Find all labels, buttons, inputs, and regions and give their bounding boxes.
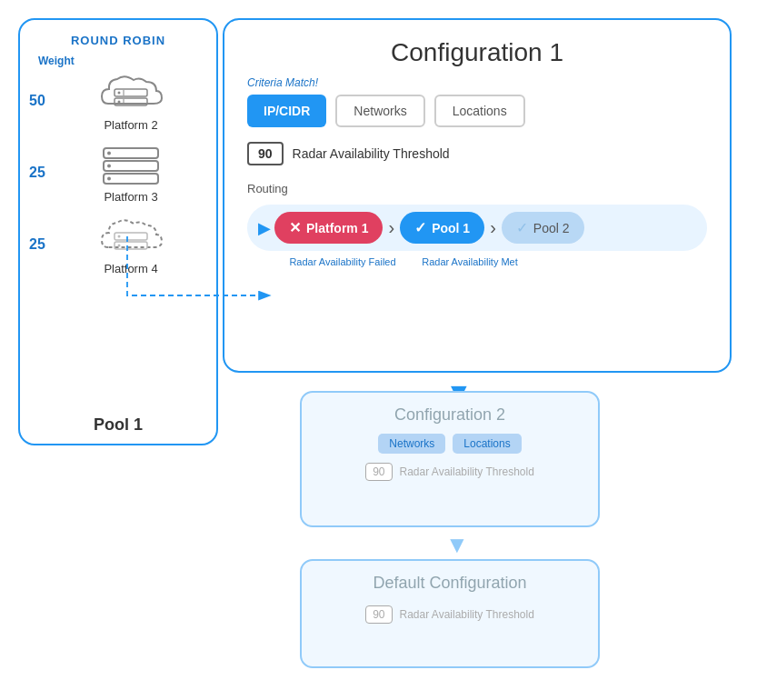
cloud-dashed-icon (95, 213, 167, 258)
platform-item-2: 50 Platform 2 (29, 69, 207, 132)
config-default-threshold-row: 90 Radar Availability Threshold (318, 605, 582, 624)
platform-3-icon-area: Platform 3 (55, 141, 207, 204)
config1-box: Configuration 1 Criteria Match! IP/CIDR … (223, 18, 732, 373)
config1-title: Configuration 1 (247, 38, 707, 67)
platform-item-3: 25 Platform 3 (29, 141, 207, 204)
threshold-value: 90 (247, 142, 284, 165)
routing-label: Routing (247, 182, 707, 195)
platform-4-name: Platform 4 (104, 262, 157, 275)
svg-point-11 (107, 177, 111, 181)
platform-2-name: Platform 2 (104, 118, 157, 132)
platform-3-name: Platform 3 (104, 190, 157, 204)
platform1-button[interactable]: ✕ Platform 1 (274, 212, 383, 244)
chevron-1: › (388, 217, 394, 238)
arrow-down-2: ▼ (445, 531, 469, 559)
config-default-threshold-label: Radar Availability Threshold (400, 608, 534, 621)
routing-row: ▶ ✕ Platform 1 › ✓ Pool 1 › ✓ Pool 2 (247, 205, 707, 251)
threshold-row: 90 Radar Availability Threshold (247, 142, 707, 165)
config-default-title: Default Configuration (318, 574, 582, 593)
sublabel-failed: Radar Availability Failed (284, 256, 402, 267)
config2-threshold-label: Radar Availability Threshold (400, 465, 534, 478)
platform1-label: Platform 1 (306, 221, 368, 235)
main-container: ROUND ROBIN Weight 50 (0, 0, 757, 700)
chevron-2: › (490, 217, 496, 238)
svg-point-1 (118, 92, 121, 95)
config2-networks-button[interactable]: Networks (378, 434, 445, 454)
weight-label: Weight (38, 55, 75, 67)
platform-item-4: 25 Platform 4 (29, 213, 207, 275)
platform-4-icon-area: Platform 4 (55, 213, 207, 275)
locations-button[interactable]: Locations (434, 95, 525, 127)
svg-point-15 (118, 245, 121, 247)
sublabel-met: Radar Availability Met (411, 256, 529, 267)
svg-point-4 (118, 101, 121, 104)
svg-point-7 (107, 152, 111, 155)
weight-50: 50 (29, 93, 55, 109)
pool1-label: Pool 1 (432, 221, 470, 235)
platform-2-icon-area: Platform 2 (55, 69, 207, 132)
pool2-route-button[interactable]: ✓ Pool 2 (502, 212, 584, 244)
svg-rect-10 (104, 174, 158, 184)
config-default-box: Default Configuration 90 Radar Availabil… (300, 559, 600, 668)
weight-25-4: 25 (29, 236, 55, 253)
networks-button[interactable]: Networks (335, 95, 424, 127)
config2-threshold-row: 90 Radar Availability Threshold (318, 463, 582, 481)
criteria-match-label: Criteria Match! (247, 76, 707, 89)
weight-25-3: 25 (29, 165, 55, 181)
criteria-buttons: IP/CIDR Networks Locations (247, 95, 707, 127)
svg-rect-8 (104, 161, 158, 171)
svg-point-13 (118, 235, 121, 238)
check-icon: ✓ (414, 219, 426, 236)
x-icon: ✕ (289, 219, 301, 236)
config2-criteria-buttons: Networks Locations (318, 434, 582, 454)
routing-sublabels: Radar Availability Failed Radar Availabi… (247, 256, 707, 267)
pool1-route-button[interactable]: ✓ Pool 1 (400, 212, 484, 244)
svg-point-9 (107, 165, 111, 168)
routing-arrow: ▶ (258, 218, 271, 238)
svg-rect-6 (104, 148, 158, 158)
config2-locations-button[interactable]: Locations (453, 434, 521, 454)
check-icon-2: ✓ (516, 219, 528, 236)
config2-threshold-value: 90 (365, 463, 392, 481)
round-robin-label: ROUND ROBIN (71, 34, 165, 47)
server-stack-icon (95, 141, 167, 186)
config2-box: Configuration 2 Networks Locations 90 Ra… (300, 391, 600, 527)
config-default-threshold-value: 90 (365, 605, 392, 624)
ipcidr-button[interactable]: IP/CIDR (247, 95, 326, 127)
cloud-solid-icon (95, 69, 167, 115)
config2-title: Configuration 2 (318, 405, 582, 425)
pool-label: Pool 1 (94, 408, 143, 435)
pool2-label: Pool 2 (533, 221, 570, 235)
threshold-label: Radar Availability Threshold (293, 146, 450, 161)
pool-box: ROUND ROBIN Weight 50 (18, 18, 218, 445)
